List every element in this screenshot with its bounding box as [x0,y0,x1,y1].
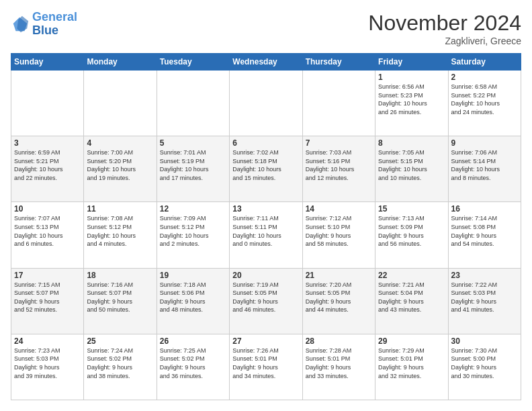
day-info: Sunrise: 7:02 AM Sunset: 5:18 PM Dayligh… [232,148,299,182]
day-number: 24 [14,336,81,346]
calendar-day-cell: 1Sunrise: 6:56 AM Sunset: 5:23 PM Daylig… [375,71,448,136]
calendar-day-cell: 13Sunrise: 7:11 AM Sunset: 5:11 PM Dayli… [230,202,302,268]
day-number: 26 [160,336,226,346]
day-number: 11 [87,204,153,214]
day-info: Sunrise: 7:22 AM Sunset: 5:03 PM Dayligh… [451,281,518,314]
location: Zagkliveri, Greece [368,36,521,46]
day-info: Sunrise: 7:11 AM Sunset: 5:11 PM Dayligh… [232,214,299,248]
day-info: Sunrise: 7:05 AM Sunset: 5:15 PM Dayligh… [378,148,445,182]
calendar-day-cell [11,71,84,136]
day-number: 3 [14,138,81,148]
calendar-day-cell: 23Sunrise: 7:22 AM Sunset: 5:03 PM Dayli… [448,268,521,334]
calendar-day-cell: 27Sunrise: 7:26 AM Sunset: 5:01 PM Dayli… [230,334,302,400]
calendar-day-cell: 21Sunrise: 7:20 AM Sunset: 5:05 PM Dayli… [302,268,375,334]
month-year: November 2024 [368,11,521,36]
calendar-day-cell [302,71,375,136]
logo-text: General Blue [32,11,77,38]
weekday-header: Tuesday [157,54,229,71]
day-info: Sunrise: 7:09 AM Sunset: 5:12 PM Dayligh… [160,214,226,248]
day-number: 10 [14,204,81,214]
calendar-day-cell: 19Sunrise: 7:18 AM Sunset: 5:06 PM Dayli… [157,268,229,334]
day-info: Sunrise: 7:23 AM Sunset: 5:03 PM Dayligh… [14,347,81,380]
calendar-day-cell [230,71,302,136]
calendar-day-cell: 28Sunrise: 7:28 AM Sunset: 5:01 PM Dayli… [302,334,375,400]
calendar-week-row: 24Sunrise: 7:23 AM Sunset: 5:03 PM Dayli… [11,334,521,400]
calendar-day-cell: 6Sunrise: 7:02 AM Sunset: 5:18 PM Daylig… [230,136,302,202]
calendar-day-cell: 22Sunrise: 7:21 AM Sunset: 5:04 PM Dayli… [375,268,448,334]
day-number: 14 [306,204,372,214]
weekday-header: Friday [375,54,448,71]
day-info: Sunrise: 7:29 AM Sunset: 5:01 PM Dayligh… [378,347,445,380]
day-number: 8 [378,138,445,148]
logo: General Blue [11,11,77,38]
calendar-day-cell: 12Sunrise: 7:09 AM Sunset: 5:12 PM Dayli… [157,202,229,268]
calendar-day-cell: 24Sunrise: 7:23 AM Sunset: 5:03 PM Dayli… [11,334,84,400]
day-info: Sunrise: 7:14 AM Sunset: 5:08 PM Dayligh… [451,214,518,248]
day-info: Sunrise: 7:25 AM Sunset: 5:02 PM Dayligh… [160,347,226,380]
calendar-day-cell: 14Sunrise: 7:12 AM Sunset: 5:10 PM Dayli… [302,202,375,268]
day-number: 17 [14,271,81,280]
calendar-day-cell: 20Sunrise: 7:19 AM Sunset: 5:05 PM Dayli… [230,268,302,334]
day-info: Sunrise: 7:18 AM Sunset: 5:06 PM Dayligh… [160,281,226,314]
calendar-day-cell: 11Sunrise: 7:08 AM Sunset: 5:12 PM Dayli… [84,202,157,268]
calendar-day-cell: 10Sunrise: 7:07 AM Sunset: 5:13 PM Dayli… [11,202,84,268]
calendar-week-row: 10Sunrise: 7:07 AM Sunset: 5:13 PM Dayli… [11,202,521,268]
calendar-day-cell: 30Sunrise: 7:30 AM Sunset: 5:00 PM Dayli… [448,334,521,400]
day-number: 30 [451,336,518,346]
day-info: Sunrise: 7:30 AM Sunset: 5:00 PM Dayligh… [451,347,518,380]
calendar-header-row: SundayMondayTuesdayWednesdayThursdayFrid… [11,54,521,71]
calendar-day-cell: 3Sunrise: 6:59 AM Sunset: 5:21 PM Daylig… [11,136,84,202]
calendar-table: SundayMondayTuesdayWednesdayThursdayFrid… [11,53,521,400]
day-number: 18 [87,271,153,280]
day-info: Sunrise: 7:16 AM Sunset: 5:07 PM Dayligh… [87,281,153,314]
day-info: Sunrise: 7:13 AM Sunset: 5:09 PM Dayligh… [378,214,445,248]
day-info: Sunrise: 7:08 AM Sunset: 5:12 PM Dayligh… [87,214,153,248]
logo-icon [11,15,30,34]
day-info: Sunrise: 7:21 AM Sunset: 5:04 PM Dayligh… [378,281,445,314]
day-number: 6 [232,138,299,148]
day-info: Sunrise: 7:15 AM Sunset: 5:07 PM Dayligh… [14,281,81,314]
weekday-header: Saturday [448,54,521,71]
day-info: Sunrise: 7:00 AM Sunset: 5:20 PM Dayligh… [87,148,153,182]
calendar-day-cell [157,71,229,136]
calendar-week-row: 1Sunrise: 6:56 AM Sunset: 5:23 PM Daylig… [11,71,521,136]
day-number: 28 [306,336,372,346]
day-number: 19 [160,271,226,280]
logo-blue: Blue [32,24,58,37]
day-number: 25 [87,336,153,346]
calendar-day-cell: 15Sunrise: 7:13 AM Sunset: 5:09 PM Dayli… [375,202,448,268]
calendar-day-cell: 7Sunrise: 7:03 AM Sunset: 5:16 PM Daylig… [302,136,375,202]
day-info: Sunrise: 7:28 AM Sunset: 5:01 PM Dayligh… [306,347,372,380]
day-number: 13 [232,204,299,214]
header: General Blue November 2024 Zagkliveri, G… [11,11,521,46]
calendar-day-cell: 29Sunrise: 7:29 AM Sunset: 5:01 PM Dayli… [375,334,448,400]
day-number: 16 [451,204,518,214]
day-info: Sunrise: 7:20 AM Sunset: 5:05 PM Dayligh… [306,281,372,314]
day-info: Sunrise: 7:06 AM Sunset: 5:14 PM Dayligh… [451,148,518,182]
day-number: 2 [451,73,518,82]
calendar-day-cell: 4Sunrise: 7:00 AM Sunset: 5:20 PM Daylig… [84,136,157,202]
day-number: 22 [378,271,445,280]
day-number: 15 [378,204,445,214]
day-number: 12 [160,204,226,214]
calendar-day-cell: 25Sunrise: 7:24 AM Sunset: 5:02 PM Dayli… [84,334,157,400]
weekday-header: Thursday [302,54,375,71]
day-number: 20 [232,271,299,280]
calendar-day-cell: 9Sunrise: 7:06 AM Sunset: 5:14 PM Daylig… [448,136,521,202]
calendar-day-cell: 2Sunrise: 6:58 AM Sunset: 5:22 PM Daylig… [448,71,521,136]
calendar-day-cell: 26Sunrise: 7:25 AM Sunset: 5:02 PM Dayli… [157,334,229,400]
day-number: 9 [451,138,518,148]
day-number: 4 [87,138,153,148]
day-number: 27 [232,336,299,346]
day-info: Sunrise: 6:58 AM Sunset: 5:22 PM Dayligh… [451,83,518,116]
day-number: 29 [378,336,445,346]
calendar-day-cell: 8Sunrise: 7:05 AM Sunset: 5:15 PM Daylig… [375,136,448,202]
calendar-week-row: 3Sunrise: 6:59 AM Sunset: 5:21 PM Daylig… [11,136,521,202]
weekday-header: Wednesday [230,54,302,71]
title-block: November 2024 Zagkliveri, Greece [368,11,521,46]
day-info: Sunrise: 7:03 AM Sunset: 5:16 PM Dayligh… [306,148,372,182]
day-number: 1 [378,73,445,82]
day-info: Sunrise: 6:56 AM Sunset: 5:23 PM Dayligh… [378,83,445,116]
day-number: 23 [451,271,518,280]
page: General Blue November 2024 Zagkliveri, G… [0,0,532,411]
